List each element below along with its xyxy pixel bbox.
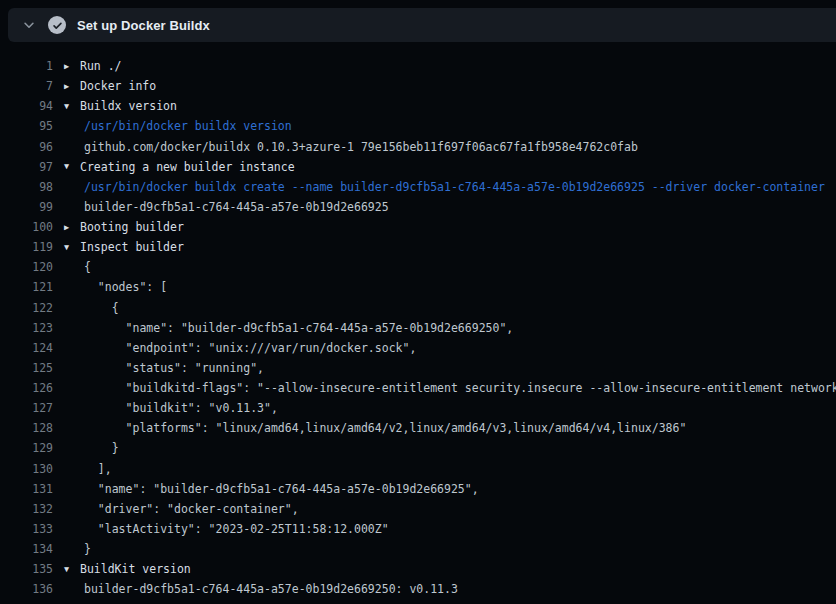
log-text: } <box>80 441 119 455</box>
line-number[interactable]: 129 <box>0 441 53 455</box>
log-text: "buildkit": "v0.11.3", <box>80 401 278 415</box>
log-line: 124 "endpoint": "unix:///var/run/docker.… <box>0 338 836 358</box>
line-number[interactable]: 98 <box>0 180 53 194</box>
group-title: Inspect builder <box>80 240 184 254</box>
line-number[interactable]: 135 <box>0 562 53 576</box>
line-number[interactable]: 134 <box>0 542 53 556</box>
line-number[interactable]: 120 <box>0 260 53 274</box>
log-line: 123 "name": "builder-d9cfb5a1-c764-445a-… <box>0 318 836 338</box>
log-group-row[interactable]: 135▼BuildKit version <box>0 559 836 579</box>
group-title: Run ./ <box>80 59 122 73</box>
log-line: 96github.com/docker/buildx 0.10.3+azure-… <box>0 137 836 157</box>
line-number[interactable]: 1 <box>0 59 53 73</box>
line-number[interactable]: 119 <box>0 240 53 254</box>
expander-down-icon[interactable]: ▼ <box>53 102 80 111</box>
line-number[interactable]: 130 <box>0 462 53 476</box>
check-circle-icon <box>48 16 66 34</box>
log-line: 131 "name": "builder-d9cfb5a1-c764-445a-… <box>0 479 836 499</box>
line-number[interactable]: 127 <box>0 401 53 415</box>
log-text: { <box>80 260 91 274</box>
line-number[interactable]: 121 <box>0 280 53 294</box>
log-line: 127 "buildkit": "v0.11.3", <box>0 398 836 418</box>
line-number[interactable]: 100 <box>0 220 53 234</box>
group-title: Booting builder <box>80 220 184 234</box>
line-number[interactable]: 95 <box>0 119 53 133</box>
expander-right-icon[interactable]: ▶ <box>53 82 80 91</box>
group-title: Buildx version <box>80 99 177 113</box>
line-number[interactable]: 99 <box>0 200 53 214</box>
log-line: 95/usr/bin/docker buildx version <box>0 116 836 136</box>
log-group-row[interactable]: 7▶Docker info <box>0 76 836 96</box>
log-group-row[interactable]: 1▶Run ./ <box>0 56 836 76</box>
log-text: "nodes": [ <box>80 280 167 294</box>
log-line: 129 } <box>0 438 836 458</box>
chevron-down-icon[interactable] <box>21 17 37 33</box>
log-text: "name": "builder-d9cfb5a1-c764-445a-a57e… <box>80 482 479 496</box>
log-text: "buildkitd-flags": "--allow-insecure-ent… <box>80 381 836 395</box>
group-title: Docker info <box>80 79 156 93</box>
log-group-row[interactable]: 100▶Booting builder <box>0 217 836 237</box>
line-number[interactable]: 96 <box>0 140 53 154</box>
line-number[interactable]: 7 <box>0 79 53 93</box>
line-number[interactable]: 128 <box>0 421 53 435</box>
line-number[interactable]: 122 <box>0 301 53 315</box>
log-text: github.com/docker/buildx 0.10.3+azure-1 … <box>80 140 638 154</box>
log-line: 126 "buildkitd-flags": "--allow-insecure… <box>0 378 836 398</box>
log-line: 120{ <box>0 257 836 277</box>
expander-down-icon[interactable]: ▼ <box>53 565 80 574</box>
expander-down-icon[interactable]: ▼ <box>53 162 80 171</box>
line-number[interactable]: 94 <box>0 99 53 113</box>
log-text: "status": "running", <box>80 361 264 375</box>
line-number[interactable]: 125 <box>0 361 53 375</box>
step-header[interactable]: Set up Docker Buildx <box>8 8 836 42</box>
expander-down-icon[interactable]: ▼ <box>53 243 80 252</box>
log-line: 136builder-d9cfb5a1-c764-445a-a57e-0b19d… <box>0 579 836 599</box>
line-number[interactable]: 97 <box>0 160 53 174</box>
log-text: "driver": "docker-container", <box>80 502 299 516</box>
log-line: 99builder-d9cfb5a1-c764-445a-a57e-0b19d2… <box>0 197 836 217</box>
log-text: builder-d9cfb5a1-c764-445a-a57e-0b19d2e6… <box>80 200 389 214</box>
expander-right-icon[interactable]: ▶ <box>53 62 80 71</box>
line-number[interactable]: 136 <box>0 582 53 596</box>
log-text: /usr/bin/docker buildx version <box>80 119 292 133</box>
group-title: Creating a new builder instance <box>80 160 295 174</box>
log-line: 98/usr/bin/docker buildx create --name b… <box>0 177 836 197</box>
log-text: { <box>80 301 119 315</box>
log-group-row[interactable]: 119▼Inspect builder <box>0 237 836 257</box>
log-line: 133 "lastActivity": "2023-02-25T11:58:12… <box>0 519 836 539</box>
log-line: 125 "status": "running", <box>0 358 836 378</box>
line-number[interactable]: 132 <box>0 502 53 516</box>
line-number[interactable]: 126 <box>0 381 53 395</box>
log-text: } <box>80 542 91 556</box>
log-text: "name": "builder-d9cfb5a1-c764-445a-a57e… <box>80 321 513 335</box>
expander-right-icon[interactable]: ▶ <box>53 223 80 232</box>
line-number[interactable]: 123 <box>0 321 53 335</box>
log-line: 132 "driver": "docker-container", <box>0 499 836 519</box>
line-number[interactable]: 133 <box>0 522 53 536</box>
log-text: "platforms": "linux/amd64,linux/amd64/v2… <box>80 421 686 435</box>
group-title: BuildKit version <box>80 562 191 576</box>
log-group-row[interactable]: 97▼Creating a new builder instance <box>0 157 836 177</box>
line-number[interactable]: 131 <box>0 482 53 496</box>
log-group-row[interactable]: 94▼Buildx version <box>0 96 836 116</box>
log-text: /usr/bin/docker buildx create --name bui… <box>80 180 825 194</box>
log-text: "endpoint": "unix:///var/run/docker.sock… <box>80 341 416 355</box>
log-text: "lastActivity": "2023-02-25T11:58:12.000… <box>80 522 389 536</box>
log-text: builder-d9cfb5a1-c764-445a-a57e-0b19d2e6… <box>80 582 458 596</box>
log-line: 122 { <box>0 298 836 318</box>
log-line: 130 ], <box>0 459 836 479</box>
log-line: 134} <box>0 539 836 559</box>
line-number[interactable]: 124 <box>0 341 53 355</box>
log-text: ], <box>80 462 112 476</box>
step-title: Set up Docker Buildx <box>77 18 210 33</box>
log-lines: 1▶Run ./7▶Docker info94▼Buildx version95… <box>0 56 836 599</box>
log-line: 121 "nodes": [ <box>0 277 836 297</box>
log-line: 128 "platforms": "linux/amd64,linux/amd6… <box>0 418 836 438</box>
